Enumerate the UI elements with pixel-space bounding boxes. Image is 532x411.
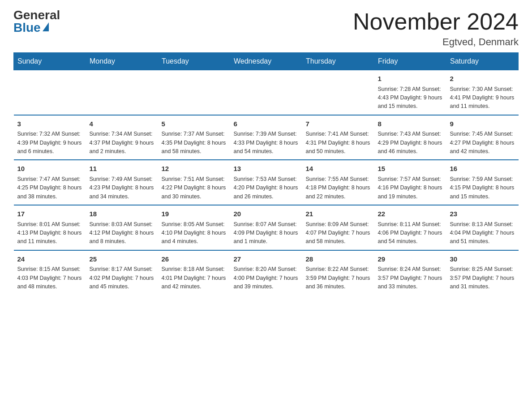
day-number: 9 [450,119,515,129]
day-number: 30 [450,254,515,265]
day-number: 15 [378,164,443,174]
day-cell: 7Sunrise: 7:41 AM Sunset: 4:31 PM Daylig… [302,115,374,160]
day-cell: 28Sunrise: 8:22 AM Sunset: 3:59 PM Dayli… [302,250,374,295]
day-info: Sunrise: 7:34 AM Sunset: 4:37 PM Dayligh… [90,130,154,156]
day-number: 5 [162,119,227,129]
day-info: Sunrise: 8:09 AM Sunset: 4:07 PM Dayligh… [306,220,371,246]
header-thursday: Thursday [302,53,374,70]
day-info: Sunrise: 8:05 AM Sunset: 4:10 PM Dayligh… [162,220,227,246]
day-cell: 11Sunrise: 7:49 AM Sunset: 4:23 PM Dayli… [86,160,158,205]
day-info: Sunrise: 8:25 AM Sunset: 3:57 PM Dayligh… [450,265,515,291]
day-cell: 25Sunrise: 8:17 AM Sunset: 4:02 PM Dayli… [86,250,158,295]
day-info: Sunrise: 7:32 AM Sunset: 4:39 PM Dayligh… [17,130,82,156]
day-number: 22 [378,209,443,219]
day-number: 19 [162,209,227,219]
day-cell [302,70,374,115]
day-number: 3 [17,119,82,129]
day-number: 16 [450,164,515,174]
day-cell: 15Sunrise: 7:57 AM Sunset: 4:16 PM Dayli… [374,160,446,205]
day-cell: 8Sunrise: 7:43 AM Sunset: 4:29 PM Daylig… [374,115,446,160]
day-number: 21 [306,209,371,219]
day-number: 6 [234,119,299,129]
day-cell: 12Sunrise: 7:51 AM Sunset: 4:22 PM Dayli… [158,160,230,205]
day-number: 14 [306,164,371,174]
day-info: Sunrise: 7:53 AM Sunset: 4:20 PM Dayligh… [234,175,299,201]
day-number: 23 [450,209,515,219]
day-info: Sunrise: 8:20 AM Sunset: 4:00 PM Dayligh… [234,265,299,291]
day-info: Sunrise: 8:01 AM Sunset: 4:13 PM Dayligh… [17,220,82,246]
day-info: Sunrise: 8:24 AM Sunset: 3:57 PM Dayligh… [378,265,443,291]
header-friday: Friday [374,53,446,70]
day-number: 2 [450,74,515,84]
day-number: 12 [162,164,227,174]
day-cell: 17Sunrise: 8:01 AM Sunset: 4:13 PM Dayli… [14,205,86,250]
week-row-4: 17Sunrise: 8:01 AM Sunset: 4:13 PM Dayli… [14,205,519,250]
day-info: Sunrise: 8:22 AM Sunset: 3:59 PM Dayligh… [306,265,371,291]
day-info: Sunrise: 8:13 AM Sunset: 4:04 PM Dayligh… [450,220,515,246]
day-cell: 5Sunrise: 7:37 AM Sunset: 4:35 PM Daylig… [158,115,230,160]
day-number: 17 [17,209,82,219]
week-row-3: 10Sunrise: 7:47 AM Sunset: 4:25 PM Dayli… [14,160,519,205]
location-text: Egtved, Denmark [353,36,519,48]
day-number: 28 [306,254,371,265]
day-info: Sunrise: 7:30 AM Sunset: 4:41 PM Dayligh… [450,85,515,111]
day-info: Sunrise: 8:15 AM Sunset: 4:03 PM Dayligh… [17,265,82,291]
day-info: Sunrise: 7:49 AM Sunset: 4:23 PM Dayligh… [90,175,154,201]
day-cell: 14Sunrise: 7:55 AM Sunset: 4:18 PM Dayli… [302,160,374,205]
day-cell: 27Sunrise: 8:20 AM Sunset: 4:00 PM Dayli… [230,250,302,295]
day-cell [86,70,158,115]
week-row-2: 3Sunrise: 7:32 AM Sunset: 4:39 PM Daylig… [14,115,519,160]
header-monday: Monday [86,53,158,70]
day-info: Sunrise: 7:51 AM Sunset: 4:22 PM Dayligh… [162,175,227,201]
day-cell: 24Sunrise: 8:15 AM Sunset: 4:03 PM Dayli… [14,250,86,295]
day-cell: 4Sunrise: 7:34 AM Sunset: 4:37 PM Daylig… [86,115,158,160]
header-wednesday: Wednesday [230,53,302,70]
header-tuesday: Tuesday [158,53,230,70]
day-cell: 20Sunrise: 8:07 AM Sunset: 4:09 PM Dayli… [230,205,302,250]
day-cell [14,70,86,115]
day-info: Sunrise: 7:43 AM Sunset: 4:29 PM Dayligh… [378,130,443,156]
day-number: 7 [306,119,371,129]
day-cell: 29Sunrise: 8:24 AM Sunset: 3:57 PM Dayli… [374,250,446,295]
day-cell [158,70,230,115]
day-info: Sunrise: 7:37 AM Sunset: 4:35 PM Dayligh… [162,130,227,156]
page-header: General Blue November 2024 Egtved, Denma… [13,9,519,48]
logo-triangle-icon [43,22,49,31]
day-cell: 23Sunrise: 8:13 AM Sunset: 4:04 PM Dayli… [446,205,519,250]
day-cell: 21Sunrise: 8:09 AM Sunset: 4:07 PM Dayli… [302,205,374,250]
day-number: 25 [90,254,154,265]
header-sunday: Sunday [14,53,86,70]
day-info: Sunrise: 7:28 AM Sunset: 4:43 PM Dayligh… [378,85,443,111]
logo-blue-text: Blue [13,21,49,34]
day-info: Sunrise: 7:59 AM Sunset: 4:15 PM Dayligh… [450,175,515,201]
day-number: 13 [234,164,299,174]
day-cell: 2Sunrise: 7:30 AM Sunset: 4:41 PM Daylig… [446,70,519,115]
day-info: Sunrise: 8:07 AM Sunset: 4:09 PM Dayligh… [234,220,299,246]
day-cell: 16Sunrise: 7:59 AM Sunset: 4:15 PM Dayli… [446,160,519,205]
day-info: Sunrise: 7:39 AM Sunset: 4:33 PM Dayligh… [234,130,299,156]
day-cell: 30Sunrise: 8:25 AM Sunset: 3:57 PM Dayli… [446,250,519,295]
day-number: 1 [378,74,443,84]
week-row-5: 24Sunrise: 8:15 AM Sunset: 4:03 PM Dayli… [14,250,519,295]
day-number: 10 [17,164,82,174]
day-cell: 3Sunrise: 7:32 AM Sunset: 4:39 PM Daylig… [14,115,86,160]
day-cell: 10Sunrise: 7:47 AM Sunset: 4:25 PM Dayli… [14,160,86,205]
day-info: Sunrise: 8:17 AM Sunset: 4:02 PM Dayligh… [90,265,154,291]
day-cell: 18Sunrise: 8:03 AM Sunset: 4:12 PM Dayli… [86,205,158,250]
day-info: Sunrise: 7:55 AM Sunset: 4:18 PM Dayligh… [306,175,371,201]
day-info: Sunrise: 7:45 AM Sunset: 4:27 PM Dayligh… [450,130,515,156]
day-info: Sunrise: 8:11 AM Sunset: 4:06 PM Dayligh… [378,220,443,246]
day-cell: 1Sunrise: 7:28 AM Sunset: 4:43 PM Daylig… [374,70,446,115]
day-info: Sunrise: 8:03 AM Sunset: 4:12 PM Dayligh… [90,220,154,246]
day-number: 11 [90,164,154,174]
title-block: November 2024 Egtved, Denmark [353,9,519,48]
logo: General Blue [13,9,60,34]
day-number: 29 [378,254,443,265]
day-cell: 19Sunrise: 8:05 AM Sunset: 4:10 PM Dayli… [158,205,230,250]
day-info: Sunrise: 8:18 AM Sunset: 4:01 PM Dayligh… [162,265,227,291]
header-saturday: Saturday [446,53,519,70]
week-row-1: 1Sunrise: 7:28 AM Sunset: 4:43 PM Daylig… [14,70,519,115]
day-number: 18 [90,209,154,219]
day-cell: 9Sunrise: 7:45 AM Sunset: 4:27 PM Daylig… [446,115,519,160]
day-info: Sunrise: 7:41 AM Sunset: 4:31 PM Dayligh… [306,130,371,156]
